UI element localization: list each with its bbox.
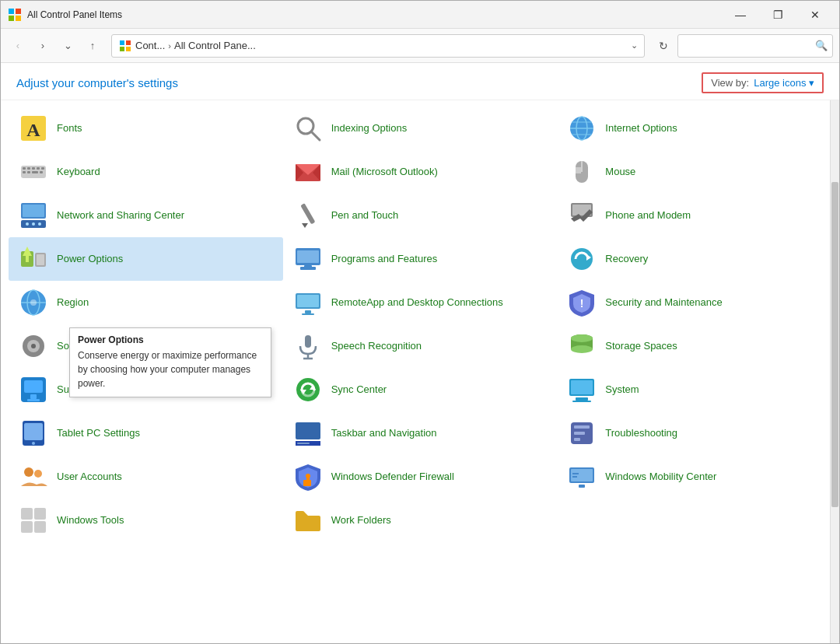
mail-icon xyxy=(292,156,324,187)
svg-rect-3 xyxy=(16,16,21,21)
view-by-value[interactable]: Large icons ▾ xyxy=(754,77,814,89)
item-phone[interactable]: Phone and Modem xyxy=(557,194,831,237)
svg-rect-89 xyxy=(297,443,310,444)
power-label: Power Options xyxy=(57,253,123,266)
svg-rect-85 xyxy=(24,423,43,440)
svg-point-95 xyxy=(34,470,42,478)
recovery-icon xyxy=(566,243,597,275)
item-mail[interactable]: Mail (Microsoft Outlook) xyxy=(283,150,558,194)
svg-point-57 xyxy=(30,299,37,306)
address-bar[interactable]: Cont... › All Control Pane... ⌄ xyxy=(111,34,645,58)
svg-point-37 xyxy=(26,222,29,226)
keyboard-icon xyxy=(18,156,49,187)
windowstools-label: Windows Tools xyxy=(57,514,124,527)
forward-button[interactable]: › xyxy=(32,35,54,57)
item-trouble[interactable]: Troubleshooting xyxy=(557,411,831,455)
svg-point-94 xyxy=(24,467,33,477)
up-button[interactable]: ↑ xyxy=(82,35,103,57)
item-power[interactable]: Power Options xyxy=(9,237,283,281)
svg-rect-5 xyxy=(126,40,131,45)
internet-icon xyxy=(566,113,597,144)
speech-label: Speech Recognition xyxy=(331,340,422,353)
item-useraccounts[interactable]: User Accounts xyxy=(9,455,283,499)
indexing-icon xyxy=(292,113,324,144)
item-programs[interactable]: Programs and Features xyxy=(283,237,558,281)
sound-label: Sound xyxy=(57,340,86,353)
svg-rect-87 xyxy=(296,422,320,439)
mouse-label: Mouse xyxy=(605,166,635,179)
svg-line-11 xyxy=(311,131,320,140)
indexing-label: Indexing Options xyxy=(331,122,408,135)
scrollbar[interactable] xyxy=(830,100,839,643)
svg-point-86 xyxy=(32,442,35,445)
network-label: Network and Sharing Center xyxy=(57,209,184,222)
item-remoteapp[interactable]: RemoteApp and Desktop Connections xyxy=(283,281,558,324)
item-sync[interactable]: Sync Center xyxy=(283,368,558,411)
svg-rect-76 xyxy=(27,399,40,401)
item-windefender[interactable]: Windows Defender Firewall xyxy=(283,455,558,499)
item-system[interactable]: System xyxy=(557,368,831,411)
item-windowstools[interactable]: Windows Tools xyxy=(9,499,283,542)
window-title: All Control Panel Items xyxy=(27,9,723,20)
svg-rect-47 xyxy=(37,254,44,265)
item-speech[interactable]: Speech Recognition xyxy=(283,324,558,368)
item-region[interactable]: Region xyxy=(9,281,283,324)
svg-rect-2 xyxy=(9,16,14,21)
item-recovery[interactable]: Recovery xyxy=(557,237,831,281)
svg-rect-20 xyxy=(32,167,35,170)
item-pen[interactable]: Pen and Touch xyxy=(283,194,558,237)
svg-rect-81 xyxy=(571,380,593,394)
svg-text:!: ! xyxy=(580,297,584,310)
search-box[interactable]: 🔍 xyxy=(677,34,833,58)
item-keyboard[interactable]: Keyboard xyxy=(9,150,283,194)
svg-rect-51 xyxy=(304,265,312,268)
scrollbar-thumb[interactable] xyxy=(831,182,838,508)
storage-label: Storage Spaces xyxy=(605,340,677,353)
svg-point-98 xyxy=(306,474,310,478)
item-supportassist[interactable]: SupportAssist OS Recovery xyxy=(9,368,283,411)
useraccounts-icon xyxy=(18,461,49,492)
windefender-label: Windows Defender Firewall xyxy=(331,471,454,484)
phone-icon xyxy=(566,200,597,231)
item-network[interactable]: Network and Sharing Center xyxy=(9,194,283,237)
close-button[interactable]: ✕ xyxy=(797,2,833,27)
svg-rect-106 xyxy=(21,521,33,533)
maximize-button[interactable]: ❐ xyxy=(760,2,796,27)
search-input[interactable] xyxy=(684,40,815,51)
item-indexing[interactable]: Indexing Options xyxy=(283,107,558,150)
remoteapp-icon xyxy=(292,287,324,318)
item-security[interactable]: !Security and Maintenance xyxy=(557,281,831,324)
region-label: Region xyxy=(57,296,89,310)
minimize-button[interactable]: — xyxy=(723,2,758,27)
programs-label: Programs and Features xyxy=(331,253,438,266)
item-mobility[interactable]: Windows Mobility Center xyxy=(557,455,831,499)
svg-point-77 xyxy=(296,378,320,401)
svg-rect-1 xyxy=(16,9,21,14)
item-mouse[interactable]: Mouse xyxy=(557,150,831,194)
svg-rect-23 xyxy=(23,171,26,173)
nav-dropdown-button[interactable]: ⌄ xyxy=(57,35,79,57)
item-taskbar[interactable]: Taskbar and Navigation xyxy=(283,411,558,455)
item-fonts[interactable]: AFonts xyxy=(9,107,283,150)
item-workfolders[interactable]: Work Folders xyxy=(283,499,558,542)
item-tablet[interactable]: Tablet PC Settings xyxy=(9,411,283,455)
svg-rect-74 xyxy=(24,380,43,393)
back-button[interactable]: ‹ xyxy=(7,35,29,57)
title-bar: All Control Panel Items — ❐ ✕ xyxy=(1,1,839,29)
item-storage[interactable]: Storage Spaces xyxy=(557,324,831,368)
item-internet[interactable]: Internet Options xyxy=(557,107,831,150)
address-dropdown[interactable]: ⌄ xyxy=(631,40,638,51)
useraccounts-label: User Accounts xyxy=(57,471,122,484)
svg-rect-35 xyxy=(23,205,44,217)
svg-point-39 xyxy=(38,222,41,226)
svg-rect-33 xyxy=(576,167,581,173)
content-area: Adjust your computer's settings View by:… xyxy=(1,63,839,643)
svg-rect-0 xyxy=(9,9,14,14)
refresh-button[interactable]: ↻ xyxy=(653,35,674,57)
svg-rect-104 xyxy=(21,508,33,520)
window-controls: — ❐ ✕ xyxy=(723,2,833,27)
svg-rect-82 xyxy=(576,397,588,401)
svg-rect-18 xyxy=(23,167,26,170)
item-sound[interactable]: Sound xyxy=(9,324,283,368)
sync-label: Sync Center xyxy=(331,383,387,397)
